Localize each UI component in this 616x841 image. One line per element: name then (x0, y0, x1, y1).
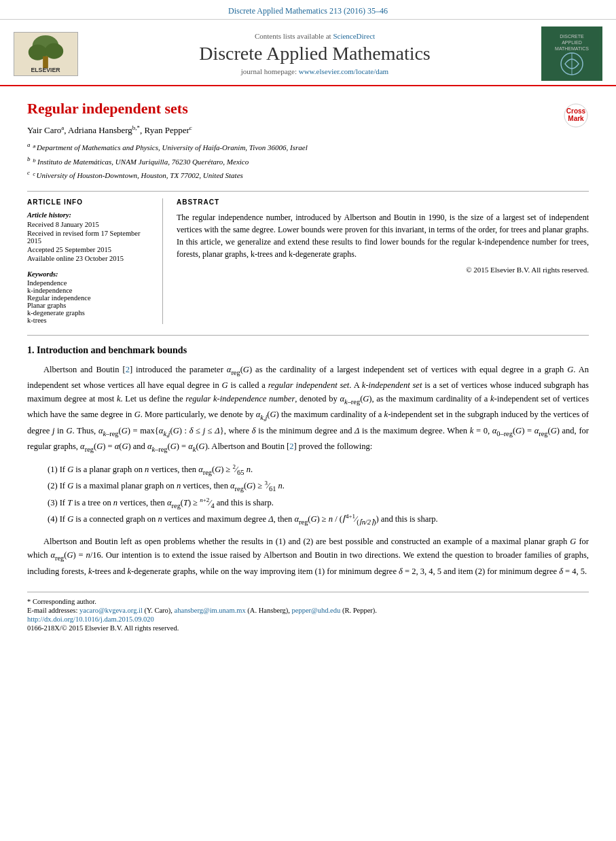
affiliations: a ᵃ Department of Mathematics and Physic… (27, 140, 589, 181)
top-bar: Discrete Applied Mathematics 213 (2016) … (0, 0, 616, 20)
keyword-k-independence: k-independence (27, 287, 151, 294)
header-center: Contents lists available at ScienceDirec… (102, 32, 528, 75)
email-label: E-mail addresses: (27, 607, 77, 614)
keyword-independence: Independence (27, 279, 151, 287)
accepted-date: Accepted 25 September 2015 (27, 246, 151, 253)
svg-text:Cross: Cross (566, 107, 586, 115)
section1-heading: 1. Introduction and benchmark bounds (27, 345, 589, 356)
affiliation-a: a ᵃ Department of Mathematics and Physic… (27, 140, 589, 154)
email-pepper[interactable]: pepper@uhd.edu (291, 607, 340, 614)
article-info-heading: Article Info (27, 198, 151, 206)
section-divider (27, 335, 589, 336)
article-info-column: Article Info Article history: Received 8… (27, 198, 163, 324)
keyword-k-trees: k-trees (27, 317, 151, 324)
contents-available: Contents lists available at ScienceDirec… (102, 32, 528, 40)
abstract-column: Abstract The regular independence number… (177, 198, 589, 324)
sciencedirect-link[interactable]: ScienceDirect (333, 32, 375, 40)
abstract-heading: Abstract (177, 198, 589, 206)
article-info-abstract-section: Article Info Article history: Received 8… (27, 191, 589, 324)
email-yacaro[interactable]: yacaro@kvgeva.org.il (79, 607, 143, 614)
revised-date: Received in revised form 17 September 20… (27, 230, 151, 245)
affiliation-c: c ᶜ University of Houston-Downtown, Hous… (27, 168, 589, 181)
journal-citation: Discrete Applied Mathematics 213 (2016) … (228, 6, 388, 16)
doi-anchor[interactable]: http://dx.doi.org/10.1016/j.dam.2015.09.… (27, 615, 154, 623)
available-date: Available online 23 October 2015 (27, 255, 151, 262)
copyright-notice: © 2015 Elsevier B.V. All rights reserved… (177, 266, 589, 274)
section1-para2: Albertson and Boutin left as open proble… (27, 535, 589, 577)
crossmark-badge: Cross Mark (563, 103, 589, 131)
email-addresses: E-mail addresses: yacaro@kvgeva.org.il (… (27, 607, 589, 614)
list-item-3: (3) If T is a tree on n vertices, then α… (48, 495, 589, 512)
journal-header: ELSEVIER Contents lists available at Sci… (0, 20, 616, 86)
journal-homepage-link[interactable]: www.elsevier.com/locate/dam (299, 67, 388, 75)
keyword-regular-independence: Regular independence (27, 294, 151, 302)
main-content: Cross Mark Regular independent sets Yair… (0, 86, 616, 647)
corresponding-author-note: * Corresponding author. (27, 598, 589, 605)
elsevier-tree-image: ELSEVIER (14, 32, 78, 76)
doi-link: http://dx.doi.org/10.1016/j.dam.2015.09.… (27, 615, 589, 623)
journal-logo-right: DISCRETE APPLIED MATHEMATICS (541, 26, 602, 81)
elsevier-logo: ELSEVIER (14, 32, 88, 76)
list-item-4: (4) If G is a connected graph on n verti… (48, 512, 589, 528)
keyword-k-degenerate: k-degenerate graphs (27, 309, 151, 317)
svg-text:DISCRETE: DISCRETE (560, 34, 584, 39)
journal-homepage: journal homepage: www.elsevier.com/locat… (102, 67, 528, 75)
keywords-label: Keywords: (27, 270, 151, 278)
authors-line: Yair Caroa, Adriana Hansbergb,*, Ryan Pe… (27, 124, 589, 136)
keyword-planar-graphs: Planar graphs (27, 302, 151, 309)
svg-text:Mark: Mark (568, 115, 584, 122)
svg-text:ELSEVIER: ELSEVIER (31, 67, 60, 73)
issn-line: 0166-218X/© 2015 Elsevier B.V. All right… (27, 624, 589, 632)
list-item-1: (1) If G is a planar graph on n vertices… (48, 462, 589, 478)
svg-text:APPLIED: APPLIED (562, 40, 582, 45)
article-history-label: Article history: (27, 211, 151, 219)
email-ahansberg[interactable]: ahansberg@im.unam.mx (175, 607, 246, 614)
affiliation-b: b ᵇ Instituto de Matemáticas, UNAM Juriq… (27, 154, 589, 168)
received-date: Received 8 January 2015 (27, 221, 151, 228)
keywords-section: Keywords: Independence k-independence Re… (27, 270, 151, 324)
footnote-section: * Corresponding author. E-mail addresses… (27, 592, 589, 632)
svg-text:MATHEMATICS: MATHEMATICS (555, 46, 589, 51)
abstract-text: The regular independence number, introdu… (177, 211, 589, 260)
article-title: Regular independent sets (27, 100, 589, 118)
section1-para1: Albertson and Boutin [2] introduced the … (27, 363, 589, 455)
journal-main-title: Discrete Applied Mathematics (102, 43, 528, 65)
list-item-2: (2) If G is a maximal planar graph on n … (48, 478, 589, 495)
